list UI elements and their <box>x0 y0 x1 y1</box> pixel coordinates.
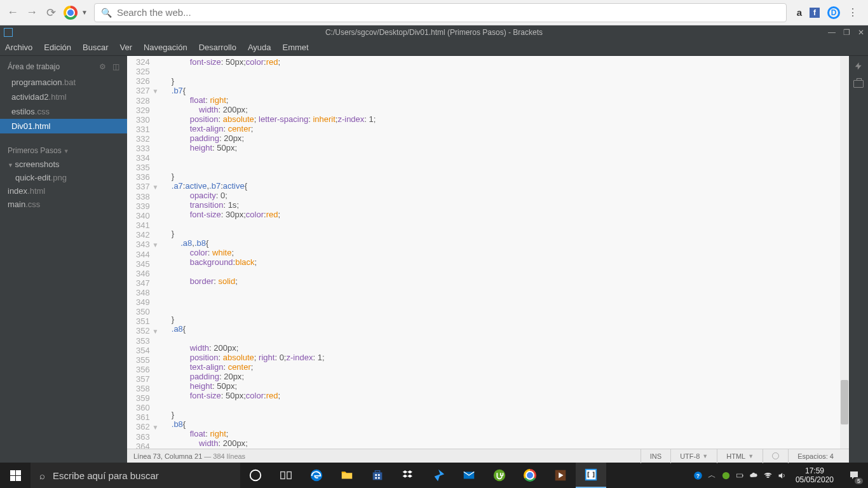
window-close-icon[interactable]: ✕ <box>858 28 864 37</box>
brackets-window: C:/Users/sgcov/Desktop/Div01.html (Prime… <box>0 25 868 463</box>
svg-rect-5 <box>375 471 379 473</box>
tree-file[interactable]: quick-edit.png <box>0 171 127 184</box>
nav-forward-icon[interactable]: → <box>25 6 38 19</box>
working-files-label: Área de trabajo <box>8 62 60 71</box>
svg-rect-1 <box>281 472 285 479</box>
dropbox-icon[interactable] <box>393 463 423 488</box>
tree-file[interactable]: main.css <box>0 198 127 211</box>
onedrive-icon[interactable] <box>747 463 761 488</box>
omnibox[interactable]: 🔍 Search the web... <box>94 3 787 22</box>
brackets-logo-icon <box>4 28 13 37</box>
menu-desarrollo[interactable]: Desarrollo <box>199 43 236 52</box>
help-icon[interactable]: ? <box>691 463 705 488</box>
tray-chevron-up-icon[interactable]: ︿ <box>705 463 719 488</box>
circle-icon <box>772 452 779 459</box>
action-center-icon[interactable]: 5 <box>840 463 868 488</box>
chevron-down-icon: ▼ <box>702 453 708 459</box>
svg-rect-7 <box>378 474 380 476</box>
edge-icon[interactable] <box>301 463 332 488</box>
editor-panel: 324 325 326 327 ▼328 329 330 331 332 333… <box>127 56 849 463</box>
project-header[interactable]: Primeros Pasos▼ <box>0 140 127 158</box>
menu-buscar[interactable]: Buscar <box>83 43 108 52</box>
extensions-icon[interactable] <box>852 78 865 90</box>
store-icon[interactable] <box>362 463 393 488</box>
volume-icon[interactable] <box>775 463 789 488</box>
omnibox-placeholder: Search the web... <box>117 7 191 18</box>
app-blue-icon[interactable] <box>423 463 454 488</box>
taskbar-search[interactable]: ⌕ Escribe aquí para buscar <box>31 463 240 488</box>
cursor-pos-text: Línea 73, Columna 21 <box>133 452 202 460</box>
menu-edición[interactable]: Edición <box>44 43 71 52</box>
taskbar: ⌕ Escribe aquí para buscar ? ︿ 17:59 05/… <box>0 463 868 488</box>
brackets-taskbar-icon[interactable] <box>576 463 606 488</box>
mail-icon[interactable] <box>454 463 484 488</box>
svg-rect-2 <box>287 472 291 479</box>
working-files-header: Área de trabajo ⚙ ◫ <box>0 56 127 75</box>
live-preview-icon[interactable] <box>852 60 865 72</box>
svg-rect-4 <box>373 472 383 480</box>
utorrent-icon[interactable] <box>484 463 515 488</box>
media-player-icon[interactable] <box>545 463 576 488</box>
nav-back-icon[interactable]: ← <box>6 6 19 19</box>
indent-mode[interactable]: Espacios: 4 <box>788 449 843 463</box>
nav-reload-icon[interactable]: ⟳ <box>44 6 57 20</box>
menu-emmet[interactable]: Emmet <box>283 43 309 52</box>
facebook-ext-icon[interactable]: f <box>810 8 820 18</box>
chevron-down-icon: ▼ <box>748 453 754 459</box>
cortana-icon[interactable] <box>240 463 271 488</box>
search-icon: 🔍 <box>101 8 112 18</box>
taskbar-apps <box>240 463 606 488</box>
tree-folder[interactable]: ▼ screenshots <box>0 158 127 171</box>
file-tree: ▼ screenshotsquick-edit.pngindex.htmlmai… <box>0 158 127 211</box>
lint-status[interactable] <box>763 449 788 463</box>
chrome-taskbar-icon[interactable] <box>515 463 545 488</box>
working-file[interactable]: Div01.html <box>0 119 127 133</box>
clock-date: 05/05/2020 <box>796 475 834 484</box>
svg-point-0 <box>250 470 261 481</box>
svg-rect-8 <box>375 477 377 479</box>
disqus-ext-icon[interactable]: D <box>827 6 840 19</box>
scrollbar-thumb[interactable] <box>841 380 848 424</box>
extension-icons: a f D ⋮ <box>793 6 862 19</box>
chrome-icon[interactable] <box>64 6 78 20</box>
encoding[interactable]: UTF-8▼ <box>670 449 717 463</box>
wifi-icon[interactable] <box>761 463 775 488</box>
start-button[interactable] <box>0 463 31 488</box>
chevron-down-icon: ▼ <box>64 148 69 154</box>
chrome-dropdown-icon[interactable]: ▼ <box>81 9 88 16</box>
scrollbar-track[interactable] <box>840 56 849 449</box>
cursor-position: Línea 73, Columna 21 — 384 líneas <box>133 452 245 460</box>
working-file[interactable]: estilos.css <box>0 104 127 119</box>
svg-rect-19 <box>743 475 743 477</box>
menu-navegación[interactable]: Navegación <box>144 43 187 52</box>
utorrent-tray-icon[interactable] <box>719 463 733 488</box>
window-minimize-icon[interactable]: — <box>828 28 836 37</box>
split-view-icon[interactable]: ◫ <box>112 62 119 71</box>
insert-mode[interactable]: INS <box>641 449 670 463</box>
taskbar-search-placeholder: Escribe aquí para buscar <box>53 470 159 481</box>
titlebar[interactable]: C:/Users/sgcov/Desktop/Div01.html (Prime… <box>0 25 868 39</box>
code-editor[interactable]: 324 325 326 327 ▼328 329 330 331 332 333… <box>127 56 849 449</box>
battery-icon[interactable] <box>733 463 747 488</box>
gear-icon[interactable]: ⚙ <box>99 62 106 71</box>
working-file[interactable]: programacion.bat <box>0 75 127 90</box>
task-view-icon[interactable] <box>271 463 301 488</box>
total-lines-text: — 384 líneas <box>202 452 245 460</box>
window-maximize-icon[interactable]: ❐ <box>843 28 850 37</box>
amazon-ext-icon[interactable]: a <box>797 7 802 18</box>
line-gutter: 324 325 326 327 ▼328 329 330 331 332 333… <box>127 56 162 449</box>
menu-ver[interactable]: Ver <box>119 43 132 52</box>
browser-menu-icon[interactable]: ⋮ <box>848 6 858 18</box>
tree-file[interactable]: index.html <box>0 184 127 198</box>
notification-badge: 5 <box>855 478 863 484</box>
code-content[interactable]: font-size: 50px;color:red; } .b7{ float:… <box>162 56 376 449</box>
statusbar: Línea 73, Columna 21 — 384 líneas INS UT… <box>127 449 849 463</box>
menu-archivo[interactable]: Archivo <box>5 43 32 52</box>
clock[interactable]: 17:59 05/05/2020 <box>789 466 840 484</box>
right-toolbar <box>849 56 868 463</box>
file-explorer-icon[interactable] <box>332 463 362 488</box>
menu-ayuda[interactable]: Ayuda <box>248 43 271 52</box>
project-name: Primeros Pasos <box>8 146 62 155</box>
working-file[interactable]: actividad2.html <box>0 90 127 104</box>
language-mode[interactable]: HTML▼ <box>717 449 763 463</box>
